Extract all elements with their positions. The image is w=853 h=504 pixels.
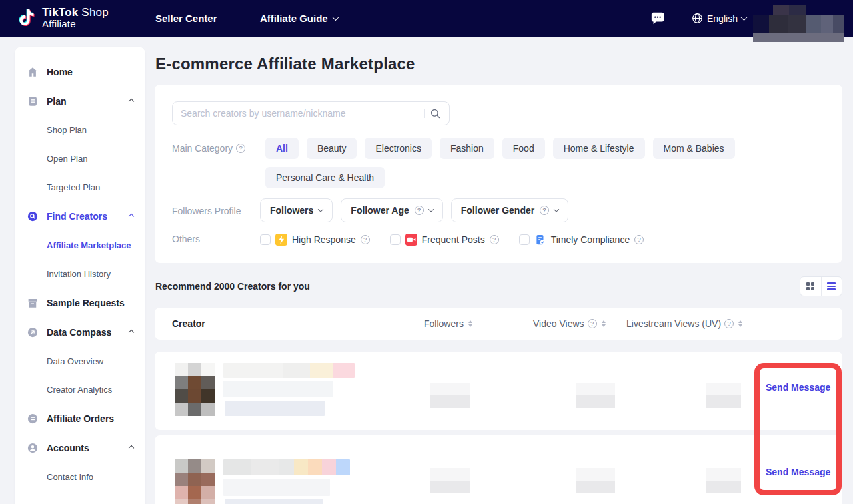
sidebar-item-data-compass[interactable]: Data Compass [15, 318, 145, 347]
category-chip-all[interactable]: All [265, 138, 299, 159]
creator-avatar-redacted[interactable] [175, 459, 215, 504]
send-message-button[interactable]: Send Message [766, 382, 830, 393]
sidebar-item-creator-analytics[interactable]: Creator Analytics [15, 376, 145, 404]
help-icon[interactable] [588, 319, 597, 328]
creator-info-redacted [223, 479, 330, 496]
sidebar: Home Plan Shop Plan Open Plan Targeted P… [15, 47, 145, 504]
followers-profile-dropdowns: Followers Follower Age Follower Gender [260, 198, 568, 222]
sort-icon[interactable] [468, 320, 472, 327]
help-icon[interactable] [490, 235, 499, 244]
sidebar-item-find-creators[interactable]: Find Creators [15, 202, 145, 231]
account-icon [27, 442, 39, 454]
follower-gender-dropdown[interactable]: Follower Gender [451, 198, 568, 222]
chat-bubble-icon[interactable] [650, 11, 665, 25]
sidebar-item-sample-requests[interactable]: Sample Requests [15, 288, 145, 318]
category-chip-fashion[interactable]: Fashion [440, 138, 494, 159]
search-circle-icon [27, 210, 39, 222]
help-icon[interactable] [724, 319, 734, 328]
chevron-down-icon [318, 206, 323, 212]
search-icon[interactable] [430, 108, 441, 119]
sidebar-item-affiliate-marketplace[interactable]: Affiliate Marketplace [15, 231, 145, 260]
sidebar-item-data-overview[interactable]: Data Overview [15, 347, 145, 376]
others-label: Others [172, 234, 200, 244]
sort-icon[interactable] [602, 320, 606, 327]
category-chip-personal-care-health[interactable]: Personal Care & Health [265, 167, 385, 188]
view-toggle [800, 276, 842, 296]
chevron-up-icon [129, 99, 134, 104]
video-icon [405, 234, 417, 246]
sidebar-item-accounts[interactable]: Accounts [15, 433, 145, 463]
help-icon[interactable] [634, 235, 644, 244]
list-view-icon[interactable] [821, 277, 842, 296]
sidebar-item-plan[interactable]: Plan [15, 87, 145, 116]
category-chip-food[interactable]: Food [502, 138, 545, 159]
language-label: English [707, 13, 738, 24]
language-selector[interactable]: English [692, 0, 746, 37]
recommend-row: Recommend 2000 Creators for you [155, 276, 842, 296]
creator-info-redacted [223, 381, 333, 397]
category-chip-electronics[interactable]: Electronics [365, 138, 431, 159]
document-check-icon [534, 234, 546, 246]
livestream-views-value-redacted [706, 468, 741, 493]
livestream-views-value-redacted [706, 383, 741, 408]
category-chip-home-lifestyle[interactable]: Home & Lifestyle [553, 138, 645, 159]
search-input[interactable] [181, 108, 419, 119]
video-views-value-redacted [576, 383, 615, 408]
chevron-down-icon [332, 14, 339, 21]
video-views-value-redacted [576, 468, 615, 493]
tiktok-note-icon [19, 9, 36, 27]
chevron-down-icon [554, 206, 559, 212]
sidebar-item-open-plan[interactable]: Open Plan [15, 144, 145, 173]
column-creator: Creator [172, 308, 205, 340]
timely-compliance-checkbox[interactable] [519, 234, 530, 245]
sidebar-item-contact-info[interactable]: Contact Info [15, 463, 145, 491]
home-icon [27, 66, 39, 78]
follower-age-dropdown[interactable]: Follower Age [341, 198, 442, 222]
chevron-up-icon [129, 330, 134, 335]
grid-view-icon[interactable] [800, 277, 821, 296]
column-livestream-views[interactable]: Livestream Views (UV) [626, 308, 742, 340]
tiktok-shop-affiliate-logo[interactable]: TikTok Shop Affiliate [19, 6, 109, 30]
nav-affiliate-guide-label: Affiliate Guide [260, 13, 328, 24]
box-icon [27, 297, 39, 309]
frequent-posts-filter: Frequent Posts [390, 234, 499, 246]
sidebar-item-home[interactable]: Home [15, 57, 145, 87]
sidebar-item-targeted-plan[interactable]: Targeted Plan [15, 173, 145, 202]
creator-row: Send Message [155, 435, 842, 504]
followers-value-redacted [430, 468, 470, 493]
compass-icon [27, 326, 39, 338]
sidebar-item-affiliate-orders[interactable]: Affiliate Orders [15, 404, 145, 433]
nav-affiliate-guide[interactable]: Affiliate Guide [260, 0, 338, 37]
creator-name-redacted[interactable] [223, 363, 355, 378]
table-header: Creator Followers Video Views Livestream… [155, 308, 842, 340]
creator-search[interactable] [172, 101, 450, 125]
high-response-filter: High Response [260, 234, 370, 246]
frequent-posts-checkbox[interactable] [390, 234, 401, 245]
help-icon[interactable] [415, 206, 424, 215]
filter-panel: Main Category All Beauty Electronics Fas… [155, 85, 842, 263]
globe-icon [692, 13, 703, 24]
sidebar-item-invitation-history[interactable]: Invitation History [15, 260, 145, 288]
others-filters: High Response Frequent Posts Timely Comp… [260, 231, 644, 248]
column-video-views[interactable]: Video Views [533, 308, 606, 340]
lightning-icon [275, 234, 287, 246]
followers-dropdown[interactable]: Followers [260, 198, 333, 222]
help-icon[interactable] [540, 206, 549, 215]
nav-seller-center[interactable]: Seller Center [155, 0, 217, 37]
account-avatar-redacted[interactable] [753, 5, 844, 37]
creator-name-redacted[interactable] [223, 459, 350, 475]
category-chip-beauty[interactable]: Beauty [307, 138, 357, 159]
sort-icon[interactable] [738, 320, 742, 327]
nav-seller-center-label: Seller Center [155, 13, 217, 24]
help-icon[interactable] [236, 144, 245, 153]
orders-icon [27, 413, 39, 425]
page-title: E-commerce Affiliate Marketplace [155, 55, 415, 73]
send-message-button[interactable]: Send Message [766, 467, 830, 477]
high-response-checkbox[interactable] [260, 234, 271, 245]
category-chip-mom-babies[interactable]: Mom & Babies [653, 138, 735, 159]
column-followers[interactable]: Followers [424, 308, 472, 340]
sidebar-item-shop-plan[interactable]: Shop Plan [15, 116, 145, 144]
help-icon[interactable] [361, 235, 370, 244]
creator-avatar-redacted[interactable] [175, 363, 215, 416]
timely-compliance-filter: Timely Compliance [519, 234, 644, 246]
